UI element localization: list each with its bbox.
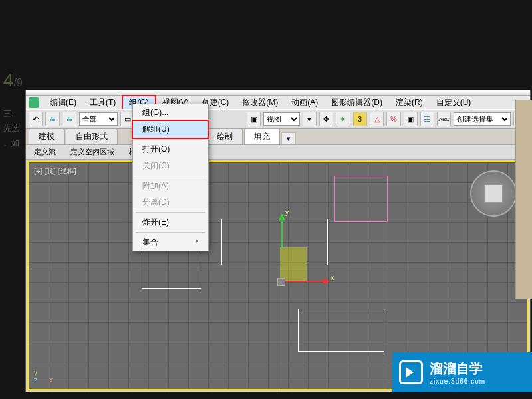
gizmo-y-axis[interactable] <box>281 215 283 249</box>
world-axis-icon: y zx <box>34 369 53 384</box>
menu-tools[interactable]: 工具(T) <box>83 96 122 110</box>
menu-separator <box>136 176 205 176</box>
coord-dropdown[interactable]: 视图 <box>263 112 299 126</box>
tab-modeling[interactable]: 建模 <box>29 128 65 144</box>
gizmo-origin[interactable] <box>277 278 285 286</box>
menu-modifier[interactable]: 修改器(M) <box>235 96 285 110</box>
percent-snap-button[interactable]: % <box>386 112 400 126</box>
viewport-label[interactable]: [+] [顶] [线框] <box>34 166 76 176</box>
tab-fill[interactable]: 填充 <box>244 128 280 144</box>
angle-snap-button[interactable]: △ <box>370 112 384 126</box>
sub-defineidle[interactable]: 定义空闲区域 <box>65 146 120 158</box>
tab-draw[interactable]: 绘制 <box>207 128 243 144</box>
shape-rect-2[interactable] <box>142 249 201 289</box>
watermark: 溜溜自学 zixue.3d66.com <box>392 352 532 392</box>
app-window: 编辑(E) 工具(T) 组(G) 视图(V) 创建(C) 修改器(M) 动画(A… <box>25 90 531 392</box>
command-panel[interactable] <box>515 100 532 299</box>
undo-button[interactable]: ↶ <box>29 112 43 126</box>
viewcube[interactable] <box>470 170 517 217</box>
shape-rect-3[interactable] <box>298 309 384 352</box>
watermark-title: 溜溜自学 <box>430 360 485 378</box>
menu-item-group[interactable]: 组(G)... <box>133 104 208 121</box>
menu-custom[interactable]: 自定义(U) <box>430 96 478 110</box>
menu-item-attach: 附加(A) <box>133 178 208 194</box>
play-icon <box>399 360 423 384</box>
shape-pink-rect[interactable] <box>334 176 388 222</box>
gizmo-x-axis[interactable] <box>281 281 328 282</box>
tab-freeform[interactable]: 自由形式 <box>66 128 118 144</box>
menu-item-detach: 分离(D) <box>133 194 208 211</box>
abc-button[interactable]: ABC <box>437 112 451 126</box>
named-sel-button[interactable]: ☰ <box>420 112 434 126</box>
gizmo-x-label: x <box>331 274 334 281</box>
select-move-button[interactable]: ✥ <box>319 112 333 126</box>
spinner-snap-button[interactable]: ▣ <box>404 112 418 126</box>
menu-separator <box>136 212 205 213</box>
menu-render[interactable]: 渲染(R) <box>389 96 430 110</box>
transform-gizmo[interactable]: y x <box>281 249 321 289</box>
filter-dropdown[interactable]: 全部 <box>79 112 118 126</box>
tool1-button[interactable]: ▾ <box>303 112 317 126</box>
menubar: 编辑(E) 工具(T) 组(G) 视图(V) 创建(C) 修改器(M) 动画(A… <box>26 96 530 109</box>
sub-defineflow[interactable]: 定义流 <box>29 146 61 158</box>
menu-grapheditor[interactable]: 图形编辑器(D) <box>325 96 389 110</box>
menu-item-open[interactable]: 打开(O) <box>133 141 208 158</box>
ribbon-subbar: 定义流 定义空闲区域 模拟 <box>26 145 530 160</box>
selection-set-dropdown[interactable]: 创建选择集 <box>454 112 510 126</box>
menu-separator <box>136 232 205 233</box>
menu-item-close: 关闭(C) <box>133 158 208 174</box>
menu-edit[interactable]: 编辑(E) <box>43 96 83 110</box>
ribbon-min-button[interactable]: ▾ <box>281 132 296 144</box>
main-toolbar: ↶ ≋ ≋ 全部 ▭ ▦ ▣ 视图 ▾ ✥ ✦ 3 △ % ▣ ☰ ABC 创建… <box>26 109 530 129</box>
window-crossing-button[interactable]: ▣ <box>247 112 261 126</box>
link-button[interactable]: ≋ <box>45 112 59 126</box>
ribbon-tabs: 建模 自由形式 绘制 填充 ▾ <box>26 129 530 145</box>
viewcube-face[interactable] <box>484 184 503 203</box>
menu-item-explode[interactable]: 炸开(E) <box>133 214 208 231</box>
menu-animation[interactable]: 动画(A) <box>285 96 325 110</box>
pivot-button[interactable]: ✦ <box>336 112 350 126</box>
menu-separator <box>136 139 205 140</box>
menu-item-assembly[interactable]: 集合 <box>133 234 208 251</box>
group-dropdown-menu: 组(G)... 解组(U) 打开(O) 关闭(C) 附加(A) 分离(D) 炸开… <box>132 104 209 251</box>
gizmo-y-label: y <box>285 209 289 216</box>
watermark-url: zixue.3d66.com <box>430 378 485 385</box>
unlink-button[interactable]: ≋ <box>63 112 76 126</box>
gizmo-handle[interactable] <box>280 247 307 282</box>
app-icon[interactable] <box>29 97 39 108</box>
snap-button[interactable]: 3 <box>353 112 367 126</box>
menu-item-ungroup[interactable]: 解组(U) <box>132 120 209 138</box>
